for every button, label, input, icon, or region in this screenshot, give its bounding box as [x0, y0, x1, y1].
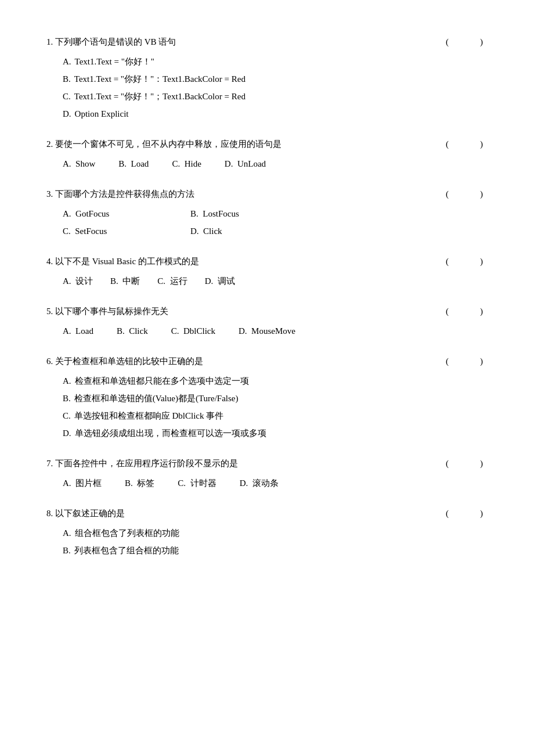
question-1-bracket: ( ) — [446, 35, 488, 49]
option-text: 检查框和单选钮的值(Value)都是(Ture/False) — [74, 391, 239, 405]
list-item: D. Click — [190, 224, 222, 238]
question-4: 4. 以下不是 Visual Basic 的工作模式的是 ( ) A. 设计 B… — [46, 254, 488, 288]
option-text: Option Explicit — [75, 107, 129, 121]
list-item: C. Text1.Text = "你好！"；Text1.BackColor = … — [63, 89, 488, 103]
question-7: 7. 下面各控件中，在应用程序运行阶段不显示的是 ( ) A. 图片框 B. 标… — [46, 456, 488, 490]
question-5-text: 5. 以下哪个事件与鼠标操作无关 — [46, 304, 434, 318]
list-item: D. MouseMove — [239, 324, 295, 338]
option-label: C. — [63, 89, 71, 103]
option-text: 单选按钮和检查框都响应 DblClick 事件 — [74, 409, 224, 423]
question-2-text: 2. 要使一个窗体不可见，但不从内存中释放，应使用的语句是 — [46, 137, 434, 151]
list-item: C. 运行 — [157, 274, 187, 288]
option-text: Text1.Text = "你好！"；Text1.BackColor = Red — [74, 89, 246, 103]
list-item: A. 图片框 — [63, 476, 102, 490]
list-item: C. 计时器 — [178, 476, 216, 490]
question-5: 5. 以下哪个事件与鼠标操作无关 ( ) A. Load B. Click C.… — [46, 304, 488, 338]
question-7-text: 7. 下面各控件中，在应用程序运行阶段不显示的是 — [46, 456, 434, 470]
list-item: A. Text1.Text = "你好！" — [63, 55, 488, 69]
question-5-options: A. Load B. Click C. DblClick D. MouseMov… — [63, 324, 488, 338]
option-label: B. — [63, 391, 71, 405]
option-label: D. — [63, 426, 71, 440]
question-6-options: A. 检查框和单选钮都只能在多个选项中选定一项 B. 检查框和单选钮的值(Val… — [63, 374, 488, 440]
option-label: A. — [63, 374, 71, 388]
exam-content: 1. 下列哪个语句是错误的 VB 语句 ( ) A. Text1.Text = … — [46, 35, 488, 557]
list-item: A. 组合框包含了列表框的功能 — [63, 526, 488, 540]
list-item: D. 调试 — [205, 274, 235, 288]
list-item: A. GotFocus — [63, 207, 190, 221]
list-item: D. 单选钮必须成组出现，而检查框可以选一项或多项 — [63, 426, 488, 440]
option-text: 组合框包含了列表框的功能 — [75, 526, 179, 540]
question-6: 6. 关于检查框和单选钮的比较中正确的是 ( ) A. 检查框和单选钮都只能在多… — [46, 354, 488, 440]
list-item: B. LostFocus — [190, 207, 239, 221]
list-item: A. 设计 — [63, 274, 93, 288]
list-item: C. Hide — [172, 157, 201, 171]
question-7-bracket: ( ) — [446, 456, 488, 470]
list-item: B. 中断 — [110, 274, 140, 288]
list-item: B. 标签 — [125, 476, 154, 490]
question-3-bracket: ( ) — [446, 187, 488, 201]
question-3: 3. 下面哪个方法是控件获得焦点的方法 ( ) A. GotFocus B. L… — [46, 187, 488, 238]
list-item: C. DblClick — [171, 324, 215, 338]
list-item: B. Text1.Text = "你好！"：Text1.BackColor = … — [63, 72, 488, 86]
question-7-options: A. 图片框 B. 标签 C. 计时器 D. 滚动条 — [63, 476, 488, 490]
question-3-text: 3. 下面哪个方法是控件获得焦点的方法 — [46, 187, 434, 201]
question-4-options: A. 设计 B. 中断 C. 运行 D. 调试 — [63, 274, 488, 288]
list-item: D. 滚动条 — [240, 476, 279, 490]
question-1: 1. 下列哪个语句是错误的 VB 语句 ( ) A. Text1.Text = … — [46, 35, 488, 121]
option-text: 单选钮必须成组出现，而检查框可以选一项或多项 — [75, 426, 266, 440]
option-label: D. — [63, 107, 71, 121]
option-text: Text1.Text = "你好！"：Text1.BackColor = Red — [74, 72, 246, 86]
question-2-options: A. Show B. Load C. Hide D. UnLoad — [63, 157, 488, 171]
question-5-bracket: ( ) — [446, 304, 488, 318]
option-label: C. — [63, 409, 71, 423]
list-item: A. Show — [63, 157, 95, 171]
list-item: D. Option Explicit — [63, 107, 488, 121]
question-2: 2. 要使一个窗体不可见，但不从内存中释放，应使用的语句是 ( ) A. Sho… — [46, 137, 488, 171]
question-3-options: A. GotFocus B. LostFocus C. SetFocus D. … — [63, 207, 488, 238]
question-8-text: 8. 以下叙述正确的是 — [46, 506, 434, 520]
list-item: B. Load — [118, 157, 149, 171]
option-text: 列表框包含了组合框的功能 — [74, 543, 179, 557]
option-label: A. — [63, 55, 71, 69]
option-label: A. — [63, 526, 71, 540]
list-item: B. 检查框和单选钮的值(Value)都是(Ture/False) — [63, 391, 488, 405]
question-6-bracket: ( ) — [446, 354, 488, 368]
question-4-text: 4. 以下不是 Visual Basic 的工作模式的是 — [46, 254, 434, 268]
question-8-bracket: ( ) — [446, 506, 488, 520]
question-4-bracket: ( ) — [446, 254, 488, 268]
option-text: 检查框和单选钮都只能在多个选项中选定一项 — [75, 374, 249, 388]
list-item: D. UnLoad — [225, 157, 266, 171]
option-text: Text1.Text = "你好！" — [75, 55, 154, 69]
option-label: B. — [63, 72, 71, 86]
list-item: C. 单选按钮和检查框都响应 DblClick 事件 — [63, 409, 488, 423]
question-6-text: 6. 关于检查框和单选钮的比较中正确的是 — [46, 354, 434, 368]
question-1-text: 1. 下列哪个语句是错误的 VB 语句 — [46, 35, 434, 49]
list-item: A. Load — [63, 324, 93, 338]
option-label: B. — [63, 543, 71, 557]
list-item: A. 检查框和单选钮都只能在多个选项中选定一项 — [63, 374, 488, 388]
question-8: 8. 以下叙述正确的是 ( ) A. 组合框包含了列表框的功能 B. 列表框包含… — [46, 506, 488, 557]
list-item: B. 列表框包含了组合框的功能 — [63, 543, 488, 557]
list-item: C. SetFocus — [63, 224, 190, 238]
question-1-options: A. Text1.Text = "你好！" B. Text1.Text = "你… — [63, 55, 488, 121]
question-2-bracket: ( ) — [446, 137, 488, 151]
question-8-options: A. 组合框包含了列表框的功能 B. 列表框包含了组合框的功能 — [63, 526, 488, 557]
list-item: B. Click — [117, 324, 148, 338]
